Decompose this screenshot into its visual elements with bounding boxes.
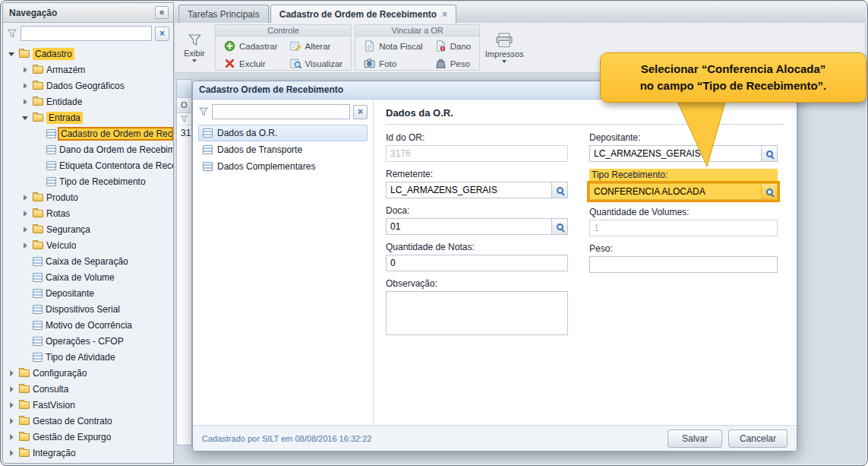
exibir-button[interactable]: Exibir — [177, 24, 212, 71]
visualizar-button[interactable]: Visualizar — [286, 56, 348, 71]
chevron-right-icon[interactable] — [22, 209, 30, 218]
tree-item-label: Dano da Ordem de Recebime — [59, 144, 173, 155]
tipo-recebimento-search-button[interactable] — [761, 183, 778, 200]
tree-item-dispositivos-serial[interactable]: Dispositivos Serial — [3, 301, 173, 317]
tree-item-dados-geograficos[interactable]: Dados Geográficos — [3, 78, 173, 94]
doca-combo — [386, 218, 568, 235]
peso-button[interactable]: Peso — [431, 56, 476, 71]
tree-item-caixa-volume[interactable]: Caixa de Volume — [3, 269, 173, 285]
edit-icon — [290, 40, 301, 52]
folder-icon — [19, 385, 30, 393]
tree-item-entidade[interactable]: Entidade — [3, 94, 173, 109]
dano-button[interactable]: Dano — [431, 39, 476, 53]
chevron-right-icon[interactable] — [22, 65, 30, 74]
tree-item-entrada[interactable]: Entrada — [3, 109, 173, 125]
tree-item-dano-ordem-recebimento[interactable]: Dano da Ordem de Recebime — [3, 141, 173, 157]
peso-label: Peso: — [589, 243, 778, 254]
chevron-right-icon[interactable] — [22, 81, 30, 90]
chevron-right-icon[interactable] — [8, 401, 16, 410]
section-dados-transporte[interactable]: Dados de Transporte — [198, 141, 368, 158]
chevron-right-icon[interactable] — [8, 449, 16, 458]
tree-item-label: Dispositivos Serial — [46, 304, 120, 315]
tree-item-depositante[interactable]: Depositante — [3, 285, 173, 301]
doca-label: Doca: — [386, 205, 568, 216]
chevron-right-icon[interactable] — [22, 241, 30, 250]
peso-input[interactable] — [589, 256, 778, 273]
clear-filter-icon[interactable]: × — [155, 27, 169, 41]
tree-item-cadastro-ordem-recebimento[interactable]: Cadastro de Ordem de Receb — [3, 125, 173, 141]
chevron-right-icon[interactable] — [8, 385, 16, 394]
tree-item-configuracao[interactable]: Configuração — [3, 365, 173, 381]
tab-tarefas-principais[interactable]: Tarefas Principais — [178, 5, 269, 23]
tree-item-label: Consulta — [33, 384, 68, 395]
tree-item-motivo-ocorrencia[interactable]: Motivo de Ocorrência — [3, 317, 173, 333]
tipo-recebimento-input[interactable] — [589, 183, 761, 200]
weight-icon — [435, 58, 447, 69]
tree-item-etiqueta-contentora[interactable]: Etiqueta Contentora de Receb — [3, 157, 173, 173]
tree-item-tipo-recebimento[interactable]: Tipo de Recebimento — [3, 173, 173, 189]
alterar-button[interactable]: Alterar — [286, 39, 348, 53]
chevron-right-icon[interactable] — [22, 225, 30, 234]
tree-item-cadastro[interactable]: Cadastro — [3, 46, 173, 62]
chevron-right-icon[interactable] — [22, 97, 30, 106]
tree-item-fastvision[interactable]: FastVision — [3, 397, 173, 413]
excluir-button[interactable]: Excluir — [219, 56, 282, 71]
chevron-right-icon[interactable] — [8, 369, 16, 378]
tree-item-armazem[interactable]: Armazém — [3, 62, 173, 78]
group-title: Controle — [216, 25, 351, 36]
tree-item-gestao-contrato[interactable]: Gestao de Contrato — [3, 413, 173, 429]
close-tab-icon[interactable]: × — [442, 11, 447, 18]
tree-item-seguranca[interactable]: Segurança — [3, 221, 173, 237]
tree-item-consulta[interactable]: Consulta — [3, 381, 173, 397]
tree-item-veiculo[interactable]: Veículo — [3, 237, 173, 253]
chevron-right-icon[interactable] — [22, 193, 30, 202]
section-dados-or[interactable]: Dados da O.R. — [198, 125, 368, 141]
tree-item-integracao[interactable]: Integração — [3, 445, 173, 461]
chevron-right-icon[interactable] — [8, 417, 16, 426]
tab-label: Tarefas Principais — [188, 9, 260, 20]
tree-item-gestao-expurgo[interactable]: Gestão de Expurgo — [3, 429, 173, 445]
foto-button[interactable]: Foto — [359, 56, 428, 71]
clear-filter-icon[interactable]: × — [353, 105, 368, 119]
chevron-expanded-icon[interactable] — [8, 49, 16, 59]
tree-item-operacoes-cfop[interactable]: Operações - CFOP — [3, 333, 173, 349]
camera-icon — [364, 58, 375, 69]
nav-filter-bar: × — [3, 23, 173, 44]
search-icon — [766, 189, 773, 195]
folder-icon — [33, 66, 43, 74]
section-dados-complementares[interactable]: Dados Complementares — [198, 158, 368, 175]
folder-icon — [33, 226, 43, 233]
doca-input[interactable] — [386, 218, 551, 235]
folder-icon — [33, 98, 43, 106]
quantidade-notas-input[interactable] — [386, 255, 568, 271]
folder-icon — [19, 433, 30, 441]
chevron-right-icon[interactable] — [8, 433, 16, 442]
dialog-filter-input[interactable] — [212, 104, 350, 119]
observacao-textarea[interactable] — [386, 291, 568, 335]
filter-icon — [180, 115, 188, 123]
search-icon — [557, 187, 563, 194]
quantidade-volumes-label: Quantidade de Volumes: — [589, 207, 778, 217]
cancelar-button[interactable]: Cancelar — [728, 430, 788, 448]
tree-item-produto[interactable]: Produto — [3, 189, 173, 205]
tree-item-caixa-separacao[interactable]: Caixa de Separação — [3, 253, 173, 269]
remetente-input[interactable] — [386, 182, 551, 198]
salvar-button[interactable]: Salvar — [668, 430, 722, 448]
depositante-search-button[interactable] — [761, 145, 778, 162]
chevron-expanded-icon[interactable] — [22, 113, 30, 122]
tab-cadastro-ordem-recebimento[interactable]: Cadastro de Ordem de Recebimento × — [270, 5, 456, 23]
tree-item-label: Configuração — [33, 368, 87, 379]
doca-search-button[interactable] — [551, 218, 568, 235]
folder-icon — [19, 417, 30, 425]
nav-filter-input[interactable] — [21, 26, 152, 41]
cadastrar-button[interactable]: Cadastrar — [219, 39, 282, 53]
tree-item-tipo-atividade[interactable]: Tipo de Atividade — [3, 349, 173, 365]
tree-item-label: Entrada — [46, 112, 83, 124]
remetente-search-button[interactable] — [551, 182, 568, 198]
impressos-button[interactable]: Impressos — [483, 24, 526, 71]
grid-column-header[interactable]: O — [177, 98, 191, 113]
grid-cell[interactable]: 317 — [177, 125, 191, 138]
collapse-panel-icon[interactable]: « — [155, 6, 169, 19]
nota-fiscal-button[interactable]: Nota Fiscal — [359, 39, 428, 53]
tree-item-rotas[interactable]: Rotas — [3, 205, 173, 221]
